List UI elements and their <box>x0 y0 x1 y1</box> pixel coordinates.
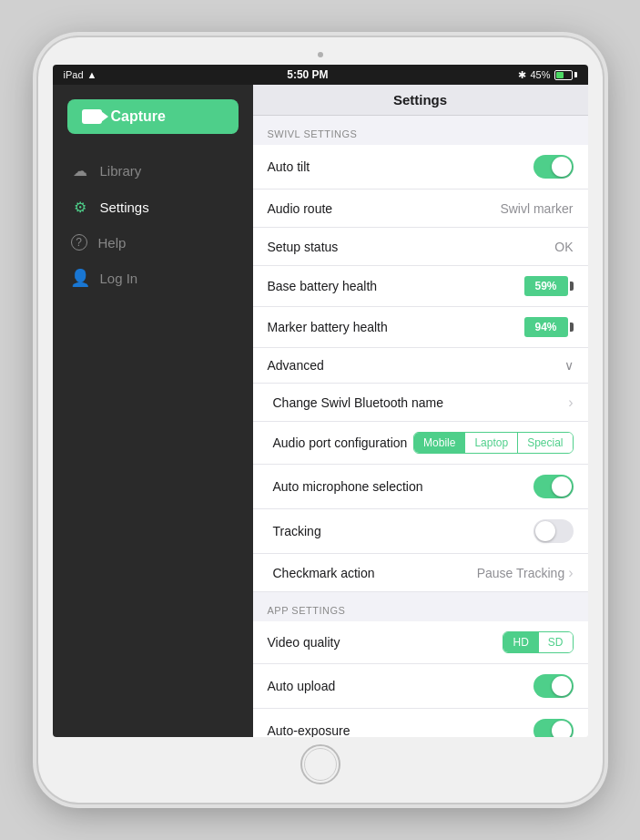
base-battery-fill: 59% <box>524 276 568 296</box>
gear-icon: ⚙ <box>71 198 89 216</box>
checkmark-value-group: Pause Tracking › <box>477 565 574 581</box>
auto-tilt-toggle[interactable] <box>533 155 574 179</box>
advanced-row[interactable]: Advanced ∨ <box>253 347 588 384</box>
help-icon: ? <box>71 234 87 251</box>
marker-battery-bar: 94% <box>524 317 574 337</box>
change-swivl-bt-row[interactable]: Change Swivl Bluetooth name › <box>253 384 588 422</box>
advanced-chevron-icon: ∨ <box>564 358 574 373</box>
setup-status-row: Setup status OK <box>253 228 588 266</box>
advanced-group: Change Swivl Bluetooth name › Audio port… <box>253 384 588 592</box>
app-section-label: APP SETTINGS <box>253 592 588 621</box>
video-quality-segmented: HD SD <box>503 631 573 653</box>
marker-battery-row: Marker battery health 94% <box>253 307 588 347</box>
auto-mic-row: Auto microphone selection <box>253 465 588 509</box>
checkmark-row[interactable]: Checkmark action Pause Tracking › <box>253 554 588 592</box>
video-sd-btn[interactable]: SD <box>539 632 573 652</box>
change-swivl-chevron-icon: › <box>568 394 573 411</box>
auto-tilt-row: Auto tilt <box>253 145 588 190</box>
sidebar-item-label-help: Help <box>98 235 127 251</box>
marker-battery-terminal <box>570 323 574 332</box>
status-bar: iPad ▲ 5:50 PM ✱ 45% <box>53 65 588 85</box>
settings-header: Settings <box>253 85 588 116</box>
sidebar-item-login[interactable]: 👤 Log In <box>53 260 253 296</box>
status-right: ✱ 45% <box>518 69 576 81</box>
video-quality-row: Video quality HD SD <box>253 621 588 664</box>
sidebar-item-label-settings: Settings <box>100 200 149 215</box>
audio-route-value: Swivl marker <box>500 201 573 216</box>
cloud-icon: ☁ <box>71 161 89 179</box>
sidebar-item-label-login: Log In <box>100 271 138 286</box>
tablet-frame: iPad ▲ 5:50 PM ✱ 45% Cap <box>38 37 603 803</box>
auto-upload-row: Auto upload <box>253 664 588 709</box>
tracking-label: Tracking <box>273 524 321 538</box>
setup-status-label: Setup status <box>268 240 339 254</box>
audio-route-label: Audio route <box>268 201 333 216</box>
auto-upload-thumb <box>552 676 572 696</box>
audio-port-row: Audio port configuration Mobile Laptop S… <box>253 422 588 465</box>
user-icon: 👤 <box>71 269 89 287</box>
auto-exposure-label: Auto-exposure <box>268 723 350 737</box>
marker-battery-fill: 94% <box>524 317 568 337</box>
screen-content: Capture ☁ Library ⚙ Settings ? Help 👤 Lo… <box>53 85 588 737</box>
tracking-row: Tracking <box>253 509 588 554</box>
auto-exposure-toggle[interactable] <box>533 719 574 737</box>
audio-route-row: Audio route Swivl marker <box>253 190 588 228</box>
swivl-settings-group: Auto tilt Audio route Swivl marker Setup… <box>253 145 588 347</box>
tablet-camera <box>318 52 323 57</box>
marker-battery-label: Marker battery health <box>268 320 388 334</box>
auto-exposure-thumb <box>552 721 572 737</box>
audio-port-special-btn[interactable]: Special <box>518 433 572 453</box>
sidebar-item-help[interactable]: ? Help <box>53 225 253 260</box>
auto-mic-label: Auto microphone selection <box>273 479 423 494</box>
home-button-inner <box>304 748 337 781</box>
video-quality-label: Video quality <box>268 635 340 650</box>
tracking-thumb <box>535 521 555 541</box>
base-battery-label: Base battery health <box>268 279 378 293</box>
audio-port-mobile-btn[interactable]: Mobile <box>414 433 465 453</box>
auto-upload-label: Auto upload <box>268 679 336 693</box>
ipad-label: iPad <box>64 69 84 80</box>
checkmark-label: Checkmark action <box>273 566 375 580</box>
audio-port-laptop-btn[interactable]: Laptop <box>465 433 518 453</box>
sidebar-item-library[interactable]: ☁ Library <box>53 152 253 189</box>
checkmark-value: Pause Tracking <box>477 566 565 580</box>
auto-tilt-thumb <box>552 157 572 177</box>
auto-upload-toggle[interactable] <box>533 674 574 698</box>
audio-port-segmented: Mobile Laptop Special <box>413 432 573 454</box>
tablet-screen: iPad ▲ 5:50 PM ✱ 45% Cap <box>53 65 588 737</box>
auto-tilt-label: Auto tilt <box>268 159 310 174</box>
checkmark-chevron-icon: › <box>568 565 573 581</box>
base-battery-terminal <box>570 282 574 291</box>
status-left: iPad ▲ <box>64 69 97 80</box>
status-time: 5:50 PM <box>287 68 328 81</box>
capture-button[interactable]: Capture <box>67 99 239 134</box>
sidebar: Capture ☁ Library ⚙ Settings ? Help 👤 Lo… <box>53 85 253 737</box>
advanced-label: Advanced <box>268 358 324 373</box>
audio-port-label: Audio port configuration <box>273 435 408 450</box>
sidebar-item-label-library: Library <box>100 163 142 179</box>
auto-mic-thumb <box>552 476 572 497</box>
app-settings-group: Video quality HD SD Auto upload <box>253 621 588 737</box>
wifi-icon: ▲ <box>87 69 97 80</box>
sidebar-item-settings[interactable]: ⚙ Settings <box>53 189 253 225</box>
base-battery-row: Base battery health 59% <box>253 266 588 307</box>
battery-pct: 45% <box>530 69 550 80</box>
capture-icon <box>82 109 102 124</box>
setup-status-value: OK <box>554 240 573 254</box>
home-button[interactable] <box>300 744 340 784</box>
bluetooth-icon: ✱ <box>518 69 526 81</box>
tracking-toggle[interactable] <box>533 519 574 543</box>
video-hd-btn[interactable]: HD <box>503 632 538 652</box>
settings-panel: Settings SWIVL SETTINGS Auto tilt Audio … <box>253 85 588 737</box>
swivl-section-label: SWIVL SETTINGS <box>253 116 588 145</box>
change-swivl-bt-label: Change Swivl Bluetooth name <box>273 395 444 410</box>
capture-label: Capture <box>111 108 166 125</box>
battery-icon <box>554 70 577 80</box>
auto-mic-toggle[interactable] <box>533 475 574 498</box>
auto-exposure-row: Auto-exposure <box>253 709 588 737</box>
base-battery-bar: 59% <box>524 276 574 296</box>
